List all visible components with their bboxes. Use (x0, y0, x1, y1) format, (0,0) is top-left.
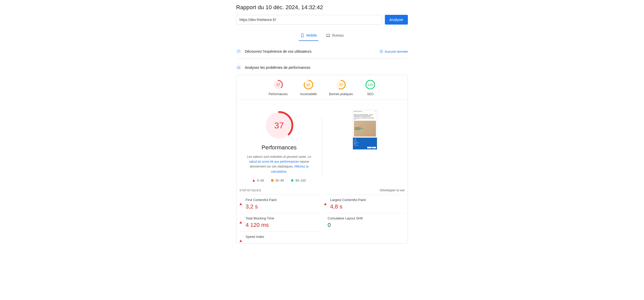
metric-name: Largest Contentful Paint (330, 198, 366, 202)
info-icon (379, 50, 383, 53)
gauge-accessibility[interactable]: 82 Accessibilité (300, 80, 317, 96)
triangle-icon (324, 199, 327, 203)
metric-row: Cumulative Layout Shift0 (324, 213, 405, 231)
gauge-best-practices-label: Bonnes pratiques (329, 92, 353, 96)
metric-name: Speed Index (246, 235, 264, 239)
svg-rect-8 (381, 51, 381, 52)
triangle-icon (239, 217, 242, 221)
link-score-calc[interactable]: calcul du score lié aux performances (249, 160, 299, 163)
gauge-accessibility-value: 82 (303, 80, 314, 90)
tab-mobile-label: Mobile (306, 33, 317, 37)
gauge-performance-value: 37 (273, 80, 283, 90)
url-input[interactable] (236, 15, 382, 25)
svg-point-7 (381, 51, 381, 51)
tab-desktop[interactable]: Bureau (325, 31, 345, 41)
square-icon (271, 179, 273, 182)
triangle-icon (239, 199, 242, 203)
section-perf: Analysez les problèmes de performances (236, 63, 408, 75)
gauge-seo[interactable]: 100 SEO (365, 80, 375, 96)
device-tabs: Mobile Bureau (236, 31, 408, 41)
metric-value: 3,2 s (246, 203, 277, 210)
metric-name: Total Blocking Time (246, 216, 274, 220)
big-gauge-title: Performances (262, 144, 297, 151)
gauge-best-practices[interactable]: 57 Bonnes pratiques (329, 80, 353, 96)
gauge-seo-label: SEO (367, 92, 373, 96)
section-users: Découvrez l'expérience de vos utilisateu… (236, 47, 408, 59)
metric-row: Largest Contentful Paint4,8 s (324, 195, 405, 213)
triangle-icon (252, 179, 255, 182)
metric-name: First Contentful Paint (246, 198, 277, 202)
triangle-icon (239, 236, 242, 240)
stats-title: STATISTIQUES (239, 189, 261, 192)
svg-rect-2 (327, 34, 330, 36)
report-title: Rapport du 10 déc. 2024, 14:32:42 (236, 4, 408, 11)
gauge-accessibility-label: Accessibilité (300, 92, 317, 96)
svg-point-1 (302, 36, 302, 37)
lighthouse-card: 37 Performances 82 Accessibilité 57 Bonn… (236, 75, 408, 243)
metric-value: 4,8 s (330, 203, 366, 210)
legend: 0–49 50–89 90–100 (252, 179, 306, 182)
gauge-seo-value: 100 (365, 80, 375, 90)
desktop-icon (326, 33, 330, 37)
divider (236, 59, 408, 59)
circle-icon (291, 179, 293, 182)
users-icon (236, 49, 241, 54)
metric-value: 4 120 ms (246, 222, 274, 228)
gauge-icon (236, 65, 241, 70)
no-data-label: Aucune donnée (385, 50, 408, 53)
svg-point-5 (239, 51, 240, 52)
big-gauge: 37 (264, 110, 294, 141)
metric-value: 0 (328, 222, 363, 228)
tab-desktop-label: Bureau (332, 33, 344, 37)
gauge-performance-label: Performances (269, 92, 288, 96)
page-thumbnail: 🐼 Dev-Freelance✕ Bienvenue sur Dev-Freel… (353, 110, 377, 150)
svg-point-3 (238, 50, 239, 51)
metric-row: First Contentful Paint3,2 s (239, 195, 320, 213)
analyze-button[interactable]: Analyser (385, 15, 408, 25)
no-data-link[interactable]: Aucune donnée (379, 50, 408, 53)
smartphone-icon (300, 33, 304, 37)
big-gauge-value: 37 (264, 110, 294, 141)
svg-point-4 (237, 51, 238, 52)
metric-name: Cumulative Layout Shift (328, 216, 363, 220)
expand-view[interactable]: Développer la vue (380, 188, 405, 192)
metric-row: Speed Index (239, 231, 320, 243)
gauge-performance[interactable]: 37 Performances (269, 80, 288, 96)
tab-mobile[interactable]: Mobile (299, 31, 318, 41)
perf-description: Les valeurs sont estimées et peuvent var… (244, 154, 314, 174)
section-perf-title: Analysez les problèmes de performances (245, 65, 310, 70)
metric-row: Total Blocking Time4 120 ms (239, 213, 320, 231)
gauge-best-practices-value: 57 (336, 80, 346, 90)
section-users-title: Découvrez l'expérience de vos utilisateu… (245, 49, 312, 53)
